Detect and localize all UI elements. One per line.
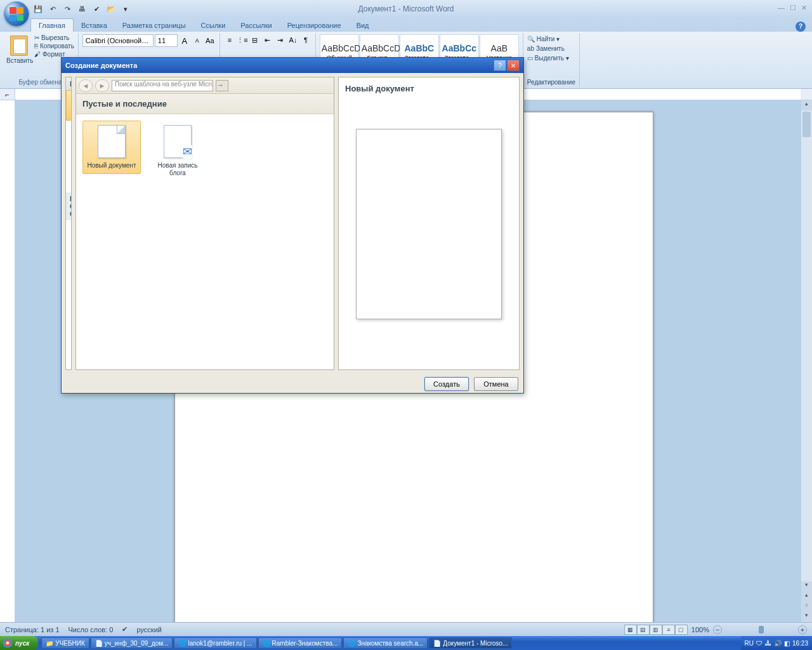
- editing-group: 🔍Найти ▾ abЗаменить ▭Выделить ▾ Редактир…: [523, 33, 580, 87]
- taskbar-item-1[interactable]: 📄уч_инф_30_09_дом...: [91, 637, 173, 649]
- cut-button[interactable]: ✂Вырезать: [34, 34, 74, 41]
- templates-sidebar[interactable]: Шаблоны Пустые и последниеУстановленные …: [65, 77, 72, 370]
- office-button[interactable]: [4, 1, 29, 27]
- save-icon[interactable]: 💾: [33, 4, 43, 14]
- tab-insert[interactable]: Вставка: [74, 19, 115, 32]
- dialog-titlebar[interactable]: Создание документа ? ✕: [62, 58, 523, 73]
- redo-icon[interactable]: ↷: [62, 4, 72, 14]
- sidebar-online-item-6[interactable]: Заказы на приобретение: [66, 312, 72, 341]
- paste-label: Вставить: [6, 57, 32, 64]
- grow-font-icon[interactable]: A: [179, 35, 190, 46]
- spellcheck-icon[interactable]: ✔: [91, 4, 102, 14]
- tray-network-icon[interactable]: 🖧: [765, 640, 771, 647]
- tab-review[interactable]: Рецензирование: [280, 19, 349, 32]
- tray-volume-icon[interactable]: 🔊: [774, 640, 782, 647]
- tray-shield-icon[interactable]: 🛡: [756, 640, 763, 647]
- browse-next-icon[interactable]: ▾: [801, 612, 812, 622]
- tray-lang[interactable]: RU: [745, 640, 754, 647]
- tab-mailings[interactable]: Рассылки: [233, 19, 279, 32]
- indent-dec-icon[interactable]: ⇤: [262, 34, 273, 46]
- tray-misc-icon[interactable]: ◧: [784, 640, 790, 647]
- browse-obj-icon[interactable]: ○: [801, 602, 812, 612]
- font-name-combo[interactable]: Calibri (Основной текст): [82, 34, 154, 47]
- shrink-font-icon[interactable]: A: [192, 35, 203, 46]
- indent-inc-icon[interactable]: ⇥: [275, 34, 286, 46]
- template-search-input[interactable]: Поиск шаблона на веб-узле Microsoft: [112, 80, 213, 91]
- taskbar-item-3[interactable]: 🌐Rambler-Знакомства...: [258, 637, 343, 649]
- print-layout-icon[interactable]: ▦: [624, 625, 637, 635]
- zoom-slider[interactable]: [728, 628, 792, 631]
- tab-home[interactable]: Главная: [30, 18, 74, 32]
- ruler-corner[interactable]: ⌐: [0, 89, 15, 100]
- undo-icon[interactable]: ↶: [48, 4, 58, 14]
- zoom-out-icon[interactable]: −: [713, 625, 722, 634]
- help-icon[interactable]: ?: [796, 22, 806, 32]
- sidebar-online-item-2[interactable]: Брошюры: [66, 248, 72, 262]
- dialog-close-icon[interactable]: ✕: [507, 60, 520, 71]
- status-page[interactable]: Страница: 1 из 1: [5, 626, 60, 633]
- outline-icon[interactable]: ≡: [662, 625, 675, 635]
- scroll-up-icon[interactable]: ▴: [801, 100, 812, 110]
- pilcrow-icon[interactable]: ¶: [300, 34, 311, 46]
- search-go-icon[interactable]: →: [216, 80, 228, 91]
- numbering-icon[interactable]: ⋮≡: [237, 34, 248, 46]
- print-icon[interactable]: 🖶: [77, 4, 87, 14]
- bullets-icon[interactable]: ≡: [224, 34, 235, 46]
- status-bar: Страница: 1 из 1 Число слов: 0 ✔ русский…: [0, 622, 812, 636]
- zoom-in-icon[interactable]: +: [798, 625, 807, 634]
- web-layout-icon[interactable]: ▥: [650, 625, 662, 635]
- status-words[interactable]: Число слов: 0: [69, 626, 114, 633]
- font-size-combo[interactable]: 11: [155, 34, 178, 47]
- scrollbar-vertical[interactable]: ▴ ▾ ▴ ○ ▾: [801, 100, 812, 622]
- nav-back-icon[interactable]: ◄: [79, 79, 93, 92]
- copy-button[interactable]: ⎘Копировать: [34, 43, 74, 50]
- sidebar-item-2[interactable]: Мои шаблоны...: [66, 142, 72, 163]
- sidebar-online-item-8[interactable]: Календари: [66, 355, 72, 369]
- template-item-0[interactable]: Новый документ: [82, 121, 141, 174]
- taskbar-item-5[interactable]: 📄Документ1 - Microso...: [429, 637, 512, 649]
- template-item-1[interactable]: Новая запись блога: [148, 121, 207, 182]
- maximize-icon[interactable]: ☐: [790, 4, 796, 12]
- start-button[interactable]: пуск: [0, 636, 38, 650]
- zoom-value[interactable]: 100%: [691, 626, 709, 633]
- sidebar-online-item-7[interactable]: Записки: [66, 341, 72, 355]
- qat-dropdown-icon[interactable]: ▾: [121, 4, 131, 14]
- multilevel-icon[interactable]: ⊟: [249, 34, 261, 46]
- clear-format-icon[interactable]: Aa: [204, 35, 216, 46]
- draft-icon[interactable]: ▢: [675, 625, 688, 635]
- sidebar-online-item-1[interactable]: Бланки: [66, 234, 72, 248]
- open-icon[interactable]: 📂: [106, 4, 116, 14]
- sort-icon[interactable]: A↓: [287, 34, 299, 46]
- tab-references[interactable]: Ссылки: [193, 19, 233, 32]
- browse-prev-icon[interactable]: ▴: [801, 592, 812, 602]
- taskbar-item-0[interactable]: 📁УЧЕБНИК: [41, 637, 89, 649]
- scroll-thumb[interactable]: [802, 112, 811, 137]
- close-icon[interactable]: ✕: [801, 4, 807, 12]
- sidebar-online-item-3[interactable]: Бюллетени: [66, 262, 72, 276]
- sidebar-online-item-5[interactable]: Визитные карточки: [66, 290, 72, 312]
- scroll-down-icon[interactable]: ▾: [801, 581, 812, 592]
- status-language[interactable]: русский: [136, 626, 161, 633]
- dialog-help-icon[interactable]: ?: [494, 60, 506, 71]
- fullscreen-icon[interactable]: ▤: [637, 625, 650, 635]
- sidebar-item-0[interactable]: Пустые и последние: [66, 90, 72, 121]
- select-button[interactable]: ▭Выделить ▾: [527, 53, 575, 63]
- taskbar-item-2[interactable]: 🌐lanok1@rambler.ru | ...: [174, 637, 256, 649]
- create-button[interactable]: Создать: [424, 377, 469, 391]
- copy-icon: ⎘: [34, 43, 38, 50]
- sidebar-online-item-0[interactable]: Готовые: [66, 220, 72, 234]
- tray-clock[interactable]: 16:23: [792, 640, 808, 647]
- nav-forward-icon[interactable]: ►: [95, 79, 109, 92]
- proofing-icon[interactable]: ✔: [122, 625, 128, 633]
- cancel-button[interactable]: Отмена: [474, 377, 518, 391]
- find-button[interactable]: 🔍Найти ▾: [527, 34, 575, 44]
- tab-layout[interactable]: Разметка страницы: [115, 19, 193, 32]
- taskbar-item-4[interactable]: 🌐Знакомства search.a...: [343, 637, 428, 649]
- sidebar-online-item-4[interactable]: Ведомости: [66, 276, 72, 290]
- tab-view[interactable]: Вид: [349, 19, 377, 32]
- replace-button[interactable]: abЗаменить: [527, 44, 575, 53]
- sidebar-item-3[interactable]: Из существующего документа...: [66, 163, 72, 192]
- minimize-icon[interactable]: —: [778, 4, 785, 12]
- sidebar-item-1[interactable]: Установленные шаблоны: [66, 120, 72, 142]
- sidebar-online-item-9[interactable]: Контракты: [66, 369, 72, 370]
